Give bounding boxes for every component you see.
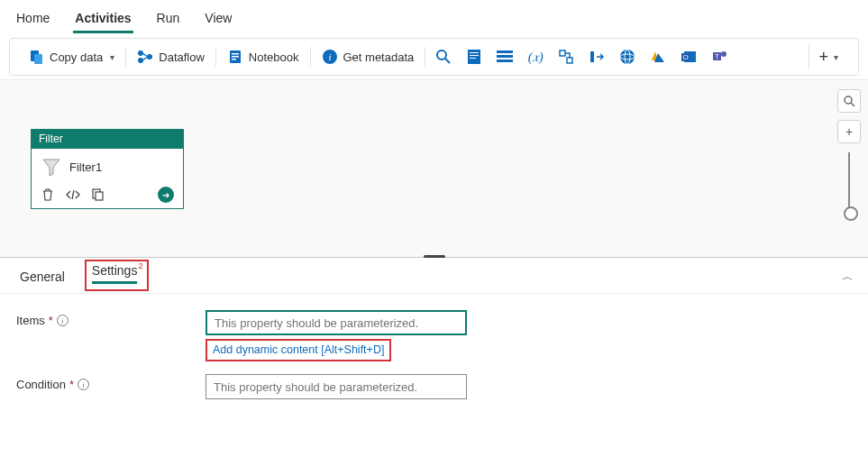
azure-icon[interactable]: [649, 48, 667, 66]
copy-icon[interactable]: [91, 187, 105, 202]
dataflow-button[interactable]: Dataflow: [130, 45, 212, 69]
svg-rect-1: [34, 54, 42, 64]
condition-row: Condition * i: [16, 374, 852, 399]
notebook-icon: [227, 49, 243, 65]
settings-form: Items * i Add dynamic content [Alt+Shift…: [0, 294, 868, 428]
notebook-button[interactable]: Notebook: [220, 45, 306, 69]
add-dynamic-content-link[interactable]: Add dynamic content [Alt+Shift+D]: [213, 343, 384, 356]
filter-icon: [41, 156, 62, 178]
properties-panel: General Settings 2 ︿ Items * i Add dynam…: [0, 258, 868, 428]
svg-rect-21: [567, 58, 572, 63]
notebook-label: Notebook: [249, 50, 299, 64]
svg-text:T: T: [715, 52, 719, 60]
menu-home[interactable]: Home: [14, 7, 51, 31]
tab-settings[interactable]: Settings: [92, 263, 138, 284]
svg-rect-33: [96, 192, 103, 200]
svg-rect-19: [497, 59, 513, 62]
dataflow-label: Dataflow: [159, 50, 205, 64]
plus-icon: +: [818, 48, 828, 67]
svg-point-34: [845, 96, 852, 104]
toolbar-separator: [425, 47, 425, 67]
dataflow-icon: [137, 49, 153, 65]
top-menu: Home Activities Run View: [0, 0, 868, 32]
info-icon[interactable]: i: [57, 315, 69, 326]
canvas-search-icon[interactable]: [837, 89, 861, 113]
svg-text:i: i: [328, 51, 331, 62]
info-icon: i: [322, 49, 338, 65]
svg-rect-20: [560, 50, 565, 56]
svg-rect-14: [470, 52, 479, 53]
script-icon[interactable]: [465, 48, 483, 66]
svg-point-23: [620, 50, 635, 64]
svg-point-30: [721, 51, 726, 57]
svg-rect-6: [232, 53, 239, 55]
canvas-tools: +: [837, 89, 861, 215]
toolbar-separator: [125, 47, 126, 67]
required-marker: *: [49, 314, 53, 327]
copy-data-button[interactable]: Copy data ▾: [21, 45, 122, 69]
chevron-down-icon: ▾: [834, 52, 838, 62]
copy-data-label: Copy data: [50, 50, 103, 64]
svg-line-35: [851, 103, 854, 106]
collapse-panel-icon[interactable]: ︿: [842, 269, 854, 285]
condition-label: Condition: [16, 378, 66, 391]
menu-activities[interactable]: Activities: [73, 7, 132, 33]
run-icon[interactable]: ➔: [158, 187, 174, 203]
items-input[interactable]: [206, 310, 467, 335]
canvas-zoom-in-icon[interactable]: +: [837, 120, 861, 143]
get-metadata-button[interactable]: i Get metadata: [315, 45, 422, 69]
list-icon[interactable]: [496, 48, 514, 66]
svg-rect-16: [470, 58, 476, 59]
svg-rect-22: [590, 51, 594, 62]
pipeline-canvas[interactable]: Filter Filter1 ➔ ↻ ✔ ✖ → +: [0, 79, 868, 258]
chevron-down-icon: ▾: [110, 52, 114, 62]
items-label: Items: [16, 314, 45, 327]
filter-activity-node[interactable]: Filter Filter1 ➔: [31, 129, 184, 209]
toolbar-icon-group: (𝑥) O T: [434, 48, 728, 66]
svg-rect-17: [497, 50, 513, 53]
svg-rect-7: [232, 56, 239, 58]
items-row: Items * i Add dynamic content [Alt+Shift…: [16, 310, 852, 361]
get-metadata-label: Get metadata: [343, 50, 415, 64]
toolbar-separator: [215, 47, 216, 67]
panel-tabs: General Settings 2 ︿: [0, 258, 868, 294]
activity-name: Filter1: [69, 160, 102, 174]
required-marker: *: [69, 378, 74, 391]
toolbar-separator: [310, 47, 311, 67]
copy-data-icon: [28, 49, 44, 65]
web-icon[interactable]: [618, 48, 636, 66]
svg-rect-18: [497, 55, 513, 58]
svg-rect-15: [470, 55, 479, 56]
menu-view[interactable]: View: [203, 7, 233, 31]
teams-icon[interactable]: T: [710, 48, 728, 66]
condition-input[interactable]: [206, 374, 467, 399]
variable-icon[interactable]: (𝑥): [526, 48, 544, 66]
foreach-icon[interactable]: [557, 48, 575, 66]
activity-type-label: Filter: [32, 130, 183, 149]
svg-point-11: [437, 50, 446, 59]
activities-toolbar: Copy data ▾ Dataflow Notebook i Get meta…: [9, 38, 859, 76]
svg-rect-13: [468, 50, 480, 64]
svg-rect-8: [232, 59, 236, 60]
delete-icon[interactable]: [41, 187, 55, 202]
tab-settings-highlight: Settings 2: [85, 260, 150, 291]
settings-badge: 2: [138, 261, 142, 270]
outlook-icon[interactable]: O: [680, 48, 698, 66]
svg-line-12: [445, 59, 450, 63]
svg-text:O: O: [683, 53, 689, 61]
tab-general[interactable]: General: [13, 260, 72, 291]
info-icon[interactable]: i: [78, 379, 89, 390]
canvas-zoom-slider[interactable]: [848, 152, 850, 215]
code-icon[interactable]: [66, 187, 80, 202]
menu-run[interactable]: Run: [155, 7, 182, 31]
dynamic-content-highlight: Add dynamic content [Alt+Shift+D]: [206, 339, 391, 361]
invoke-icon[interactable]: [588, 48, 606, 66]
add-activity-button[interactable]: + ▾: [809, 44, 847, 69]
lookup-icon[interactable]: [434, 48, 452, 66]
